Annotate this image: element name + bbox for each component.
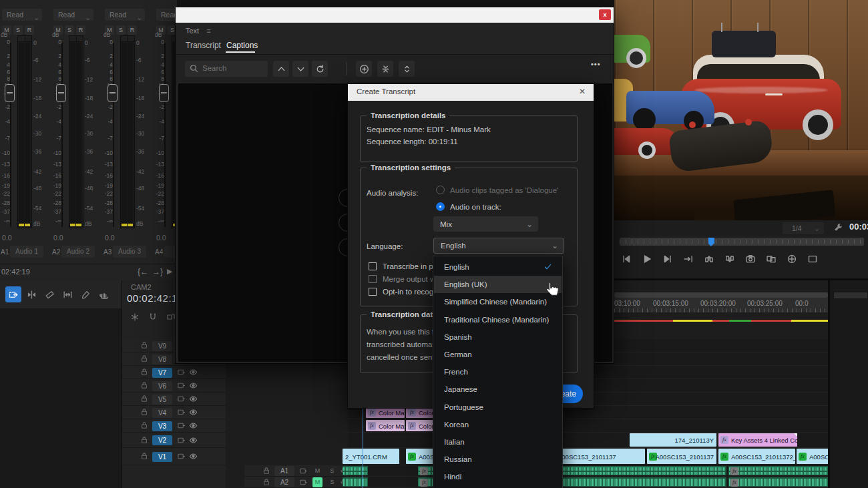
audio-clip[interactable]: [343, 466, 368, 475]
checkbox-merge-output[interactable]: [369, 275, 377, 283]
track-target-badge[interactable]: V1: [152, 452, 172, 462]
radio-dialogue-clips[interactable]: [436, 186, 445, 194]
timeline-clip[interactable]: 174_210113Y: [630, 433, 716, 447]
track-target-badge[interactable]: V2: [152, 435, 172, 445]
program-playhead[interactable]: [708, 238, 714, 244]
source-patch-icon[interactable]: [299, 467, 308, 475]
next-caption-button[interactable]: [292, 61, 308, 77]
language-option-german[interactable]: German: [434, 346, 562, 363]
track-r-button[interactable]: R: [25, 25, 34, 35]
track-name-badge[interactable]: Audio 1: [10, 246, 43, 258]
automation-mode-select[interactable]: Read⌄: [53, 9, 93, 21]
panel-menu-icon[interactable]: ≡: [206, 27, 210, 35]
toggle-track-output-eye-icon[interactable]: [189, 421, 198, 430]
split-caption-button[interactable]: [399, 61, 415, 77]
checkbox-transcribe-in-point[interactable]: [369, 262, 377, 270]
volume-fader-knob[interactable]: [56, 84, 66, 102]
audio-clip[interactable]: [343, 477, 368, 487]
automation-mode-select[interactable]: Read⌄: [156, 9, 177, 21]
lock-icon[interactable]: [140, 452, 148, 460]
extract-icon[interactable]: [723, 252, 736, 266]
track-s-button[interactable]: S: [116, 25, 126, 35]
lock-icon[interactable]: [140, 341, 148, 349]
track-target-badge[interactable]: V9: [152, 341, 172, 351]
volume-fader-knob[interactable]: [5, 84, 15, 102]
timeline-ruler[interactable]: 03:10:0000:03:15:0000:03:20:0000:03:25:0…: [614, 298, 828, 312]
language-option-russian[interactable]: Russian: [434, 451, 562, 468]
lock-icon[interactable]: [140, 408, 148, 416]
source-patch-icon[interactable]: [177, 408, 186, 417]
track-target-badge[interactable]: A2: [274, 477, 294, 487]
automation-mode-select[interactable]: Read⌄: [105, 9, 145, 21]
window-titlebar[interactable]: x: [176, 7, 614, 23]
lock-icon[interactable]: [140, 395, 148, 403]
nest-icon[interactable]: [130, 312, 140, 322]
track-name-badge[interactable]: Audio 2: [61, 246, 95, 258]
lift-icon[interactable]: [702, 252, 716, 266]
snap-icon[interactable]: [148, 312, 158, 322]
track-r-button[interactable]: R: [76, 25, 85, 35]
source-patch-icon[interactable]: [299, 478, 308, 487]
full-screen-icon[interactable]: [806, 252, 819, 266]
window-close-button[interactable]: x: [599, 9, 611, 20]
volume-fader-knob[interactable]: [107, 84, 118, 102]
track-r-button[interactable]: R: [128, 25, 137, 35]
timeline-clip[interactable]: fxColor Mat: [366, 420, 405, 431]
ripple-edit-tool-icon[interactable]: [23, 286, 39, 302]
tab-transcript[interactable]: Transcript: [186, 41, 221, 50]
add-caption-button[interactable]: [356, 61, 372, 77]
lock-icon[interactable]: [140, 368, 148, 376]
slip-tool-icon[interactable]: [59, 286, 75, 302]
language-select[interactable]: English ⌄: [433, 238, 564, 254]
language-option-spanish[interactable]: Spanish: [434, 328, 562, 346]
go-to-out-icon[interactable]: →}: [152, 267, 163, 276]
settings-wrench-icon[interactable]: [833, 222, 843, 232]
toggle-track-output-eye-icon[interactable]: [189, 381, 198, 390]
step-back-icon[interactable]: [620, 252, 633, 266]
track-target-badge[interactable]: A1: [274, 466, 294, 476]
go-to-in-icon[interactable]: {←: [138, 267, 148, 276]
mute-button[interactable]: M: [312, 466, 322, 476]
lock-icon[interactable]: [140, 436, 148, 444]
track-s-button[interactable]: S: [13, 25, 23, 35]
source-patch-icon[interactable]: [177, 452, 186, 461]
source-patch-icon[interactable]: [177, 421, 186, 430]
toggle-track-output-eye-icon[interactable]: [189, 408, 198, 417]
radio-audio-on-track[interactable]: [436, 202, 445, 211]
toggle-track-output-eye-icon[interactable]: [189, 436, 198, 445]
track-target-badge[interactable]: V8: [152, 354, 172, 364]
language-option-hindi[interactable]: Hindi: [434, 468, 562, 485]
track-target-badge[interactable]: V4: [152, 408, 172, 418]
track-name-badge[interactable]: Audio 3: [113, 246, 146, 258]
track-target-badge[interactable]: V6: [152, 381, 172, 391]
dialog-close-icon[interactable]: ✕: [579, 87, 586, 96]
search-input[interactable]: Search: [185, 61, 268, 77]
merge-captions-button[interactable]: [377, 61, 393, 77]
language-option-french[interactable]: French: [434, 363, 562, 381]
automation-mode-select[interactable]: Read⌄: [2, 9, 42, 21]
source-patch-icon[interactable]: [177, 395, 186, 403]
step-forward-icon[interactable]: [661, 252, 674, 266]
language-option-simplified-chinese-mandarin[interactable]: Simplified Chinese (Mandarin): [434, 293, 562, 310]
track-target-badge[interactable]: V3: [152, 421, 172, 431]
toggle-track-output-eye-icon[interactable]: [189, 368, 198, 377]
timeline-scrollbar[interactable]: [614, 292, 828, 298]
lock-icon[interactable]: [262, 478, 270, 486]
play-icon[interactable]: [640, 252, 654, 266]
audio-track-select[interactable]: Mix ⌄: [433, 216, 538, 232]
dialog-titlebar[interactable]: Create Transcript ✕: [348, 84, 594, 101]
play-to-out-icon[interactable]: [682, 252, 695, 266]
solo-button[interactable]: S: [327, 466, 337, 476]
export-frame-icon[interactable]: [744, 252, 757, 266]
language-option-portuguese[interactable]: Portuguese: [434, 399, 562, 416]
timeline-clip[interactable]: fxA00SC153_21011372_YT00: [718, 449, 795, 464]
play-icon[interactable]: ▶: [167, 267, 172, 276]
hand-tool-icon[interactable]: [95, 286, 112, 302]
language-option-japanese[interactable]: Japanese: [434, 381, 562, 398]
volume-fader-knob[interactable]: [159, 84, 169, 102]
audio-clip[interactable]: fx: [728, 466, 840, 475]
language-option-english[interactable]: English: [434, 258, 562, 276]
source-patch-icon[interactable]: [177, 381, 186, 390]
track-s-button[interactable]: S: [65, 25, 74, 35]
program-scrub-bar[interactable]: [620, 238, 864, 246]
